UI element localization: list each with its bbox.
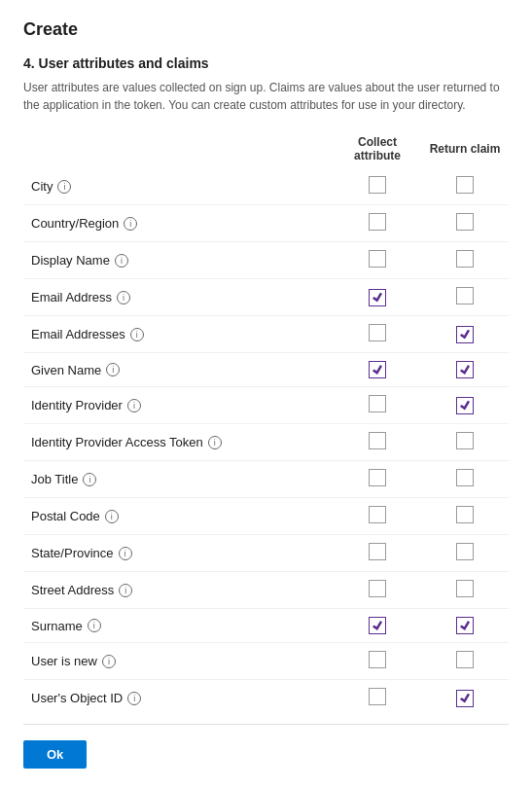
- return-checkbox-country_region[interactable]: [456, 213, 474, 231]
- row-label-users_object_id: User's Object IDi: [23, 680, 334, 717]
- collect-checkbox-state_province[interactable]: [369, 543, 386, 560]
- ok-button[interactable]: Ok: [23, 740, 87, 769]
- table-row: Postal Codei: [23, 498, 509, 535]
- row-text-email_address: Email Address: [31, 290, 112, 304]
- collect-checkbox-job_title[interactable]: [369, 469, 386, 486]
- info-icon-street_address[interactable]: i: [119, 584, 132, 597]
- return-cell-surname: [421, 609, 509, 643]
- collect-cell-user_is_new: [334, 643, 421, 680]
- row-text-users_object_id: User's Object ID: [31, 691, 123, 705]
- collect-cell-postal_code: [334, 498, 421, 535]
- collect-cell-street_address: [334, 572, 421, 609]
- return-cell-state_province: [421, 535, 509, 572]
- return-checkbox-street_address[interactable]: [456, 580, 474, 597]
- row-text-job_title: Job Title: [31, 472, 78, 486]
- info-icon-job_title[interactable]: i: [83, 473, 96, 486]
- table-row: Surnamei: [23, 609, 509, 643]
- info-icon-email_address[interactable]: i: [117, 291, 130, 304]
- collect-checkbox-identity_provider[interactable]: [369, 395, 386, 412]
- return-checkbox-postal_code[interactable]: [456, 506, 474, 523]
- return-checkbox-user_is_new[interactable]: [456, 651, 474, 668]
- collect-checkbox-user_is_new[interactable]: [369, 651, 386, 668]
- return-cell-display_name: [421, 242, 509, 279]
- row-label-job_title: Job Titlei: [23, 461, 334, 498]
- attributes-table-container: Collect attribute Return claim CityiCoun…: [23, 129, 509, 716]
- return-checkbox-identity_provider_access_token[interactable]: [456, 432, 474, 449]
- collect-cell-users_object_id: [334, 680, 421, 717]
- page-title: Create: [23, 19, 509, 40]
- return-cell-street_address: [421, 572, 509, 609]
- collect-checkbox-country_region[interactable]: [369, 213, 386, 231]
- return-checkbox-users_object_id[interactable]: [456, 690, 474, 707]
- return-checkbox-email_addresses[interactable]: [456, 326, 474, 343]
- col-header-collect: Collect attribute: [334, 129, 421, 168]
- row-label-display_name: Display Namei: [23, 242, 334, 279]
- row-label-email_address: Email Addressi: [23, 279, 334, 316]
- info-icon-city[interactable]: i: [57, 180, 71, 194]
- return-cell-email_address: [421, 279, 509, 316]
- table-row: Display Namei: [23, 242, 509, 279]
- info-icon-user_is_new[interactable]: i: [102, 655, 116, 668]
- return-checkbox-city[interactable]: [456, 176, 474, 194]
- return-cell-postal_code: [421, 498, 509, 535]
- collect-checkbox-city[interactable]: [369, 176, 386, 194]
- info-icon-users_object_id[interactable]: i: [127, 692, 141, 705]
- return-cell-identity_provider_access_token: [421, 424, 509, 461]
- table-row: User's Object IDi: [23, 680, 509, 717]
- collect-cell-state_province: [334, 535, 421, 572]
- return-checkbox-job_title[interactable]: [456, 469, 474, 486]
- info-icon-identity_provider[interactable]: i: [127, 399, 141, 412]
- return-cell-users_object_id: [421, 680, 509, 717]
- collect-checkbox-identity_provider_access_token[interactable]: [369, 432, 386, 449]
- return-checkbox-email_address[interactable]: [456, 287, 474, 304]
- table-row: Country/Regioni: [23, 205, 509, 242]
- return-checkbox-state_province[interactable]: [456, 543, 474, 560]
- return-cell-given_name: [421, 353, 509, 387]
- collect-cell-country_region: [334, 205, 421, 242]
- row-label-postal_code: Postal Codei: [23, 498, 334, 535]
- return-checkbox-surname[interactable]: [456, 617, 474, 634]
- collect-checkbox-postal_code[interactable]: [369, 506, 386, 523]
- info-icon-given_name[interactable]: i: [106, 363, 120, 376]
- row-text-surname: Surname: [31, 619, 83, 633]
- table-row: Job Titlei: [23, 461, 509, 498]
- table-row: Identity Provideri: [23, 387, 509, 424]
- collect-checkbox-email_addresses[interactable]: [369, 324, 386, 341]
- info-icon-state_province[interactable]: i: [119, 547, 132, 560]
- collect-checkbox-given_name[interactable]: [369, 361, 386, 378]
- row-label-country_region: Country/Regioni: [23, 205, 334, 242]
- row-label-user_is_new: User is newi: [23, 643, 334, 680]
- collect-checkbox-surname[interactable]: [369, 617, 386, 634]
- collect-cell-email_address: [334, 279, 421, 316]
- return-checkbox-display_name[interactable]: [456, 250, 474, 268]
- collect-checkbox-users_object_id[interactable]: [369, 688, 386, 705]
- info-icon-identity_provider_access_token[interactable]: i: [208, 436, 222, 449]
- return-cell-user_is_new: [421, 643, 509, 680]
- row-label-given_name: Given Namei: [23, 353, 334, 387]
- row-text-state_province: State/Province: [31, 546, 114, 560]
- table-row: State/Provincei: [23, 535, 509, 572]
- info-icon-country_region[interactable]: i: [124, 217, 137, 231]
- collect-checkbox-street_address[interactable]: [369, 580, 386, 597]
- footer: Ok: [23, 724, 509, 769]
- section-title: 4. User attributes and claims: [23, 55, 509, 71]
- info-icon-display_name[interactable]: i: [115, 254, 128, 268]
- collect-checkbox-email_address[interactable]: [369, 289, 386, 306]
- table-row: Email Addressi: [23, 279, 509, 316]
- collect-cell-city: [334, 168, 421, 205]
- info-icon-email_addresses[interactable]: i: [130, 328, 144, 341]
- info-icon-surname[interactable]: i: [88, 619, 101, 632]
- table-row: Given Namei: [23, 353, 509, 387]
- return-checkbox-given_name[interactable]: [456, 361, 474, 378]
- info-icon-postal_code[interactable]: i: [105, 510, 119, 523]
- row-text-country_region: Country/Region: [31, 216, 119, 231]
- row-label-state_province: State/Provincei: [23, 535, 334, 572]
- section-description: User attributes are values collected on …: [23, 79, 509, 114]
- row-label-surname: Surnamei: [23, 609, 334, 643]
- table-row: Cityi: [23, 168, 509, 205]
- col-header-return: Return claim: [421, 129, 509, 168]
- collect-checkbox-display_name[interactable]: [369, 250, 386, 268]
- col-header-attribute-name: [23, 129, 334, 168]
- return-checkbox-identity_provider[interactable]: [456, 397, 474, 414]
- collect-cell-given_name: [334, 353, 421, 387]
